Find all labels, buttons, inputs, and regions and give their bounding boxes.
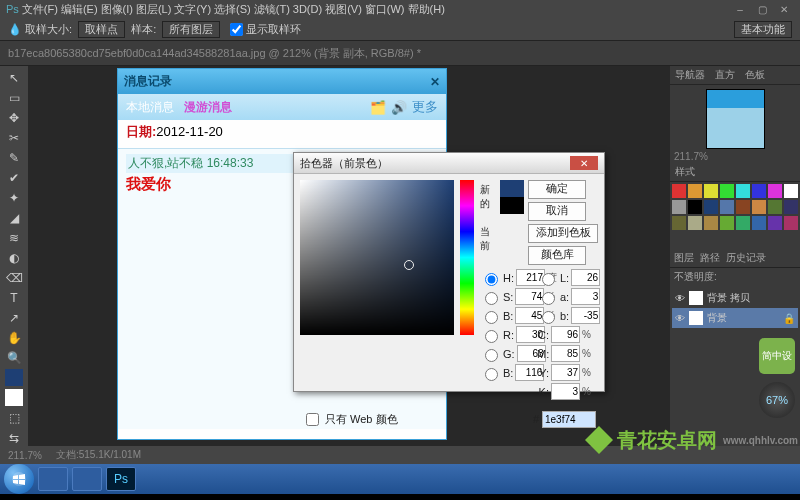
tool-marquee[interactable]: ▭ <box>5 90 23 107</box>
radio-g[interactable] <box>485 349 498 362</box>
web-only-check[interactable] <box>306 413 319 426</box>
field-c[interactable] <box>551 326 580 343</box>
status-zoom[interactable]: 211.7% <box>8 450 42 461</box>
start-button[interactable] <box>4 464 34 494</box>
color-picker-close-icon[interactable]: ✕ <box>570 156 598 170</box>
field-y[interactable] <box>551 364 580 381</box>
menu-layer[interactable]: 图层(L) <box>136 2 171 17</box>
eye-icon[interactable]: 👁 <box>675 293 685 304</box>
speaker-icon[interactable]: 🔊 <box>391 100 407 115</box>
tool-eyedropper[interactable]: ✎ <box>5 150 23 167</box>
swatch[interactable] <box>688 216 702 230</box>
tab-paths[interactable]: 路径 <box>700 251 720 267</box>
window-minimize[interactable]: – <box>730 3 750 16</box>
tab-histogram[interactable]: 直方 <box>710 66 740 84</box>
swatch[interactable] <box>784 200 798 214</box>
swatch[interactable] <box>688 200 702 214</box>
swatch[interactable] <box>704 200 718 214</box>
tool-heal[interactable]: ✔ <box>5 170 23 187</box>
swatch[interactable] <box>752 216 766 230</box>
color-spectrum[interactable] <box>300 180 454 335</box>
radio-r[interactable] <box>485 330 498 343</box>
field-lab-b[interactable] <box>571 307 600 324</box>
menu-image[interactable]: 图像(I) <box>101 2 133 17</box>
field-a[interactable] <box>571 288 600 305</box>
swatch[interactable] <box>704 184 718 198</box>
color-library-button[interactable]: 颜色库 <box>528 246 586 265</box>
taskbar-explorer[interactable] <box>38 467 68 491</box>
field-m[interactable] <box>551 345 580 362</box>
swatch[interactable] <box>752 200 766 214</box>
menu-select[interactable]: 选择(S) <box>214 2 251 17</box>
screenmode-toggle[interactable]: ⇆ <box>5 429 23 446</box>
swatch[interactable] <box>736 200 750 214</box>
swatch[interactable] <box>720 184 734 198</box>
swatch[interactable] <box>768 200 782 214</box>
radio-lab-b[interactable] <box>542 311 555 324</box>
swatch[interactable] <box>720 216 734 230</box>
navigator-zoom[interactable]: 211.7% <box>674 151 708 162</box>
tool-lasso[interactable]: ✥ <box>5 110 23 127</box>
swatch[interactable] <box>672 184 686 198</box>
swatch[interactable] <box>688 184 702 198</box>
tool-eraser[interactable]: ⌫ <box>5 270 23 287</box>
radio-l[interactable] <box>542 273 555 286</box>
field-hex[interactable] <box>542 411 596 428</box>
layer-row[interactable]: 👁 背景 🔒 <box>672 308 798 328</box>
workspace-preset[interactable]: 基本功能 <box>734 21 792 38</box>
radio-b[interactable] <box>485 311 498 324</box>
eye-icon[interactable]: 👁 <box>675 313 685 324</box>
swatch[interactable] <box>736 216 750 230</box>
canvas-area[interactable]: 消息记录 ✕ 本地消息 漫游消息 🗂️ 🔊 更多 日期:2012-11-20 人… <box>28 66 670 446</box>
tab-navigator[interactable]: 导航器 <box>670 66 710 84</box>
tab-roaming-messages[interactable]: 漫游消息 <box>184 99 232 116</box>
quickmask-toggle[interactable]: ⬚ <box>5 409 23 426</box>
tab-swatches-nav[interactable]: 色板 <box>740 66 770 84</box>
window-maximize[interactable]: ▢ <box>752 3 772 16</box>
background-swatch[interactable] <box>5 389 23 406</box>
add-icon[interactable]: 🗂️ <box>370 100 386 115</box>
more-link[interactable]: 更多 <box>412 98 438 116</box>
radio-h[interactable] <box>485 273 498 286</box>
foreground-swatch[interactable] <box>5 369 23 386</box>
cancel-button[interactable]: 取消 <box>528 202 586 221</box>
swatch[interactable] <box>784 184 798 198</box>
swatch[interactable] <box>720 200 734 214</box>
swatch[interactable] <box>752 184 766 198</box>
tab-styles[interactable]: 样式 <box>670 163 700 181</box>
color-picker-titlebar[interactable]: 拾色器（前景色） ✕ <box>294 153 604 174</box>
opt-show-ring-check[interactable] <box>230 23 243 36</box>
radio-s[interactable] <box>485 292 498 305</box>
menu-file[interactable]: 文件(F) <box>22 2 58 17</box>
ok-button[interactable]: 确定 <box>528 180 586 199</box>
window-close[interactable]: ✕ <box>774 3 794 16</box>
field-l[interactable] <box>571 269 600 286</box>
chat-titlebar[interactable]: 消息记录 ✕ <box>118 69 446 94</box>
radio-brgb[interactable] <box>485 368 498 381</box>
layer-row[interactable]: 👁 背景 拷贝 <box>672 288 798 308</box>
menu-view[interactable]: 视图(V) <box>325 2 362 17</box>
swatch[interactable] <box>784 216 798 230</box>
opt-sample-value[interactable]: 所有图层 <box>162 21 220 38</box>
menu-help[interactable]: 帮助(H) <box>408 2 445 17</box>
tab-history[interactable]: 历史记录 <box>726 251 766 267</box>
tool-gradient[interactable]: ◐ <box>5 250 23 267</box>
menu-filter[interactable]: 滤镜(T) <box>254 2 290 17</box>
hue-slider[interactable] <box>460 180 474 335</box>
menu-edit[interactable]: 编辑(E) <box>61 2 98 17</box>
navigator-panel[interactable]: 211.7% <box>670 85 800 163</box>
tool-path[interactable]: ↗ <box>5 309 23 326</box>
add-swatch-button[interactable]: 添加到色板 <box>528 224 598 243</box>
tool-type[interactable]: T <box>5 289 23 306</box>
menu-type[interactable]: 文字(Y) <box>174 2 211 17</box>
tool-stamp[interactable]: ◢ <box>5 210 23 227</box>
tool-hand[interactable]: ✋ <box>5 329 23 346</box>
opt-sample-size-value[interactable]: 取样点 <box>78 21 125 38</box>
tab-layers[interactable]: 图层 <box>674 251 694 267</box>
tool-zoom[interactable]: 🔍 <box>5 349 23 366</box>
swatch[interactable] <box>672 200 686 214</box>
tool-move[interactable]: ↖ <box>5 70 23 87</box>
menu-3d[interactable]: 3D(D) <box>293 3 322 15</box>
tab-local-messages[interactable]: 本地消息 <box>126 99 174 116</box>
swatch[interactable] <box>768 184 782 198</box>
